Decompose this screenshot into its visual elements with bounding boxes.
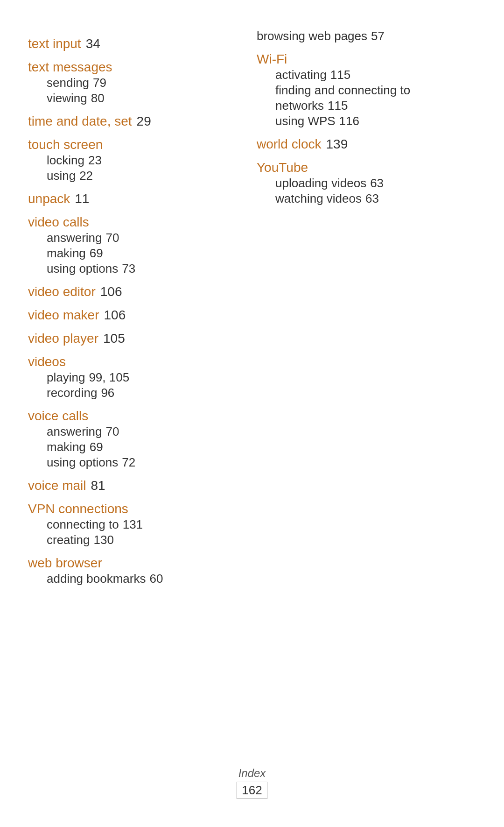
sub-item-label: networks	[275, 99, 324, 113]
index-term: video maker	[28, 308, 99, 323]
sub-page-number: 22	[79, 169, 93, 183]
list-item: web browser adding bookmarks 60	[28, 556, 238, 586]
footer-label: Index	[0, 767, 504, 780]
index-term: time and date, set	[28, 114, 132, 129]
index-term: touch screen	[28, 137, 238, 152]
sub-item-row: recording 96	[28, 386, 238, 400]
list-item: videos playing 99, 105 recording 96	[28, 354, 238, 400]
sub-page-number: 70	[106, 424, 119, 439]
sub-item-label: recording	[47, 386, 97, 400]
sub-item-row: using options 72	[28, 455, 238, 470]
list-item: VPN connections connecting to 131 creati…	[28, 502, 238, 547]
sub-item-row: creating 130	[28, 533, 238, 547]
index-term: video editor	[28, 284, 96, 299]
index-term: video calls	[28, 215, 238, 230]
sub-item-row: using 22	[28, 169, 238, 183]
list-item: video calls answering 70 making 69 using…	[28, 215, 238, 276]
sub-item-label: using	[47, 169, 76, 183]
sub-item-label: finding and connecting to	[275, 83, 410, 98]
sub-item-label: making	[47, 246, 86, 261]
list-item: voice calls answering 70 making 69 using…	[28, 409, 238, 470]
sub-item-label: making	[47, 440, 86, 454]
sub-item-row: watching videos 63	[257, 191, 476, 206]
index-term: voice mail	[28, 478, 86, 493]
sub-item-row: making 69	[28, 440, 238, 454]
sub-item-row: adding bookmarks 60	[28, 572, 238, 586]
sub-page-number: 69	[90, 246, 103, 261]
list-item: unpack 11	[28, 191, 238, 206]
index-term: text messages	[28, 60, 238, 75]
page-number: 29	[137, 114, 151, 129]
page-number: 11	[75, 191, 89, 206]
index-term: web browser	[28, 556, 238, 571]
sub-item-row: answering 70	[28, 231, 238, 245]
sub-page-number: 99, 105	[89, 370, 129, 385]
sub-page-number: 79	[93, 76, 106, 90]
sub-page-number: 96	[101, 386, 114, 400]
sub-page-number: 115	[330, 68, 350, 82]
sub-page-number: 63	[365, 191, 379, 206]
list-item: world clock 139	[257, 137, 476, 152]
page-number: 139	[326, 137, 348, 152]
list-item: YouTube uploading videos 63 watching vid…	[257, 160, 476, 206]
footer-page-number: 162	[237, 782, 267, 799]
sub-page-number: 131	[123, 517, 143, 532]
sub-item-row: finding and connecting to	[257, 83, 476, 98]
sub-item-row: playing 99, 105	[28, 370, 238, 385]
index-term: world clock	[257, 137, 321, 152]
sub-page-number: 60	[149, 572, 163, 586]
footer: Index 162	[0, 767, 504, 799]
index-term: voice calls	[28, 409, 238, 424]
list-item: voice mail 81	[28, 478, 238, 493]
list-item: video player 105	[28, 331, 238, 346]
sub-item-label: adding bookmarks	[47, 572, 146, 586]
sub-page-number: 80	[91, 91, 105, 106]
sub-page-number: 57	[371, 29, 385, 43]
index-term: videos	[28, 354, 238, 369]
sub-item-label: uploading videos	[275, 176, 366, 191]
sub-item-label: watching videos	[275, 191, 362, 206]
sub-page-number: 23	[88, 153, 102, 168]
sub-item-row: uploading videos 63	[257, 176, 476, 191]
index-term: video player	[28, 331, 98, 346]
sub-page-number: 70	[106, 231, 119, 245]
index-term: YouTube	[257, 160, 476, 175]
index-term: unpack	[28, 191, 70, 206]
sub-item-label: using options	[47, 455, 118, 470]
sub-item-row: using options 73	[28, 262, 238, 276]
sub-item-row: browsing web pages 57	[257, 29, 476, 43]
list-item: time and date, set 29	[28, 114, 238, 129]
sub-item-label: connecting to	[47, 517, 119, 532]
sub-item-row: answering 70	[28, 424, 238, 439]
sub-page-number: 63	[370, 176, 384, 191]
list-item: Wi-Fi activating 115 finding and connect…	[257, 52, 476, 128]
sub-item-label: playing	[47, 370, 85, 385]
sub-item-row: locking 23	[28, 153, 238, 168]
sub-item-row: activating 115	[257, 68, 476, 82]
sub-item-row: using WPS 116	[257, 114, 476, 128]
page-number: 106	[100, 284, 122, 299]
sub-item-row: viewing 80	[28, 91, 238, 106]
list-item: video editor 106	[28, 284, 238, 299]
sub-page-number: 116	[339, 114, 359, 128]
sub-item-label: creating	[47, 533, 90, 547]
index-container: text input 34 text messages sending 79 v…	[28, 28, 476, 587]
sub-item-label: activating	[275, 68, 327, 82]
sub-item-label: using options	[47, 262, 118, 276]
page-number: 106	[104, 308, 126, 323]
sub-item-label: answering	[47, 231, 102, 245]
sub-page-number: 130	[94, 533, 114, 547]
sub-item-row: networks 115	[257, 99, 476, 113]
sub-item-label: locking	[47, 153, 84, 168]
list-item: text messages sending 79 viewing 80	[28, 60, 238, 106]
page-number: 81	[91, 478, 105, 493]
sub-item-row: making 69	[28, 246, 238, 261]
sub-item-label: browsing web pages	[257, 29, 367, 43]
page-number: 105	[103, 331, 125, 346]
list-item: video maker 106	[28, 308, 238, 323]
index-term: VPN connections	[28, 502, 238, 516]
list-item: touch screen locking 23 using 22	[28, 137, 238, 183]
sub-item-row: connecting to 131	[28, 517, 238, 532]
sub-page-number: 73	[122, 262, 135, 276]
sub-page-number: 72	[122, 455, 135, 470]
